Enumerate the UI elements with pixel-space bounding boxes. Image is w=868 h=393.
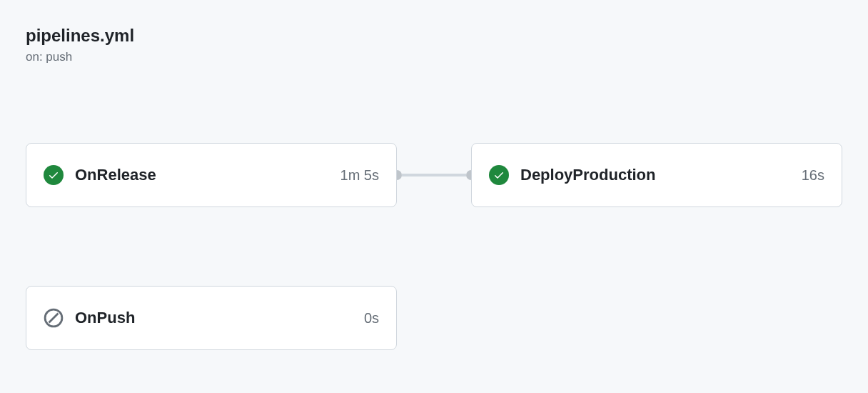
job-duration: 16s [802,167,824,184]
workflow-trigger: on: push [26,50,842,64]
job-row: OnPush 0s [26,286,842,350]
job-card-onrelease[interactable]: OnRelease 1m 5s [26,143,397,207]
check-circle-icon [489,165,509,185]
job-duration: 0s [364,310,379,327]
workflow-title: pipelines.yml [26,26,842,46]
check-circle-icon [44,165,64,185]
workflow-graph: OnRelease 1m 5s DeployProduction 16s On [26,143,842,350]
workflow-header: pipelines.yml on: push [26,26,842,64]
svg-line-1 [49,314,59,323]
job-card-onpush[interactable]: OnPush 0s [26,286,397,350]
job-connector [397,174,471,176]
job-name: OnPush [75,309,364,327]
job-name: DeployProduction [520,166,802,184]
connector-line [402,174,466,176]
job-row: OnRelease 1m 5s DeployProduction 16s [26,143,842,207]
job-card-deployproduction[interactable]: DeployProduction 16s [471,143,842,207]
job-name: OnRelease [75,166,340,184]
skip-circle-icon [44,308,64,328]
job-duration: 1m 5s [340,167,379,184]
